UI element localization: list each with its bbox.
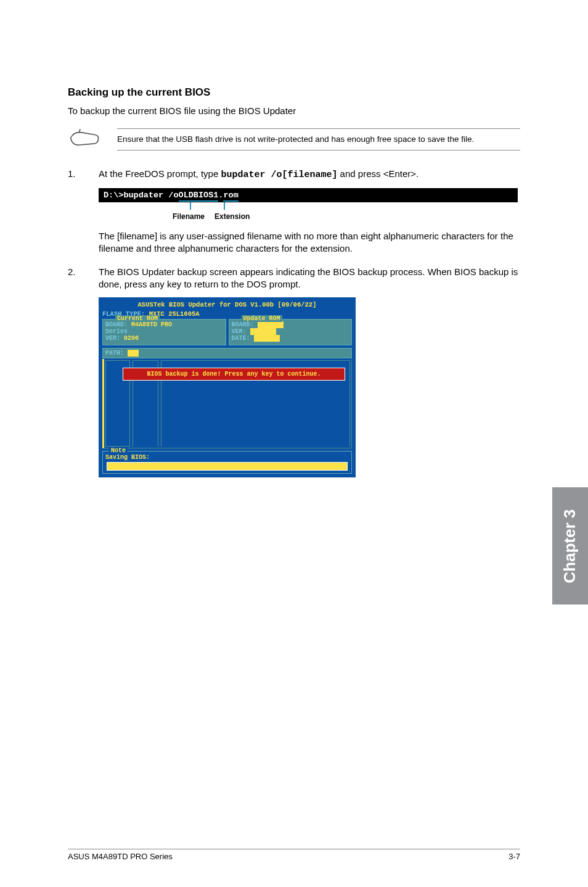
path-value: A:\ bbox=[128, 350, 139, 357]
ver-unknown: Unknown bbox=[250, 328, 276, 335]
intro-text: To backup the current BIOS file using th… bbox=[68, 105, 520, 117]
page-footer: ASUS M4A89TD PRO Series 3-7 bbox=[68, 849, 520, 861]
hand-note-icon bbox=[68, 126, 102, 152]
update-rom-box: Update ROM BOARD: Unknown VER: Unknown D… bbox=[229, 319, 353, 345]
extension-label: Extension bbox=[214, 212, 250, 221]
note-title: Note bbox=[109, 447, 128, 454]
board-label: BOARD: bbox=[105, 321, 131, 328]
bios-updater-screen: ASUSTek BIOS Updater for DOS V1.00b [09/… bbox=[99, 297, 356, 477]
step1-cmd: bupdater /o[filename] bbox=[221, 170, 337, 180]
footer-right: 3-7 bbox=[508, 852, 520, 861]
series-label: Series bbox=[105, 328, 128, 335]
dos-command-block: D:\>bupdater /oOLDBIOS1.rom Filename Ext… bbox=[99, 188, 518, 227]
step-number: 2. bbox=[68, 266, 80, 291]
step1-pre: At the FreeDOS prompt, type bbox=[99, 168, 221, 179]
path-label: PATH: bbox=[105, 350, 128, 357]
ver-label: VER: bbox=[232, 328, 250, 335]
bios-title: ASUSTek BIOS Updater for DOS V1.00b [09/… bbox=[102, 301, 352, 308]
note-box: Ensure that the USB flash drive is not w… bbox=[68, 126, 520, 152]
footer-left: ASUS M4A89TD PRO Series bbox=[68, 852, 173, 861]
filename-explain: The [filename] is any user-assigned file… bbox=[99, 230, 520, 255]
update-rom-title: Update ROM bbox=[242, 315, 282, 322]
step-number: 1. bbox=[68, 168, 80, 181]
filename-label: Filename bbox=[173, 212, 205, 221]
current-rom-title: Current ROM bbox=[115, 315, 160, 322]
chapter-tab: Chapter 3 bbox=[552, 487, 588, 604]
date-label: DATE: bbox=[232, 335, 254, 342]
saving-text: Saving BIOS: bbox=[105, 454, 349, 461]
current-rom-box: Current ROM BOARD: M4A89TD PRO Series VE… bbox=[102, 319, 226, 345]
ver-label: VER: bbox=[105, 335, 124, 342]
step-text: The BIOS Updater backup screen appears i… bbox=[99, 266, 520, 291]
date-unknown: Unknown bbox=[254, 335, 280, 342]
dos-prompt: D:\>bupdater /o bbox=[104, 191, 179, 200]
step-text: At the FreeDOS prompt, type bupdater /o[… bbox=[99, 168, 520, 181]
progress-bar bbox=[107, 462, 348, 471]
path-box: PATH: A:\ bbox=[102, 348, 352, 358]
note-save-box: Note Saving BIOS: bbox=[102, 451, 352, 474]
step-2: 2. The BIOS Updater backup screen appear… bbox=[68, 266, 520, 291]
board-label: BOARD: bbox=[232, 321, 258, 328]
section-heading: Backing up the current BIOS bbox=[68, 86, 520, 99]
ver-value: 0206 bbox=[124, 335, 139, 342]
filename-tick bbox=[190, 202, 191, 210]
dos-line: D:\>bupdater /oOLDBIOS1.rom bbox=[99, 188, 518, 202]
dos-filename: OLDBIOS1 bbox=[179, 191, 219, 202]
step1-post: and press <Enter>. bbox=[337, 168, 419, 179]
board-value: M4A89TD PRO bbox=[131, 321, 172, 328]
note-text: Ensure that the USB flash drive is not w… bbox=[117, 128, 520, 151]
board-unknown: Unknown bbox=[258, 321, 284, 328]
step-1: 1. At the FreeDOS prompt, type bupdater … bbox=[68, 168, 520, 181]
backup-done-msg: BIOS backup is done! Press any key to co… bbox=[123, 368, 345, 381]
annotation-row: Filename Extension bbox=[104, 202, 518, 227]
chapter-tab-text: Chapter 3 bbox=[561, 509, 580, 583]
extension-tick bbox=[224, 202, 225, 210]
dos-ext: rom bbox=[223, 191, 238, 202]
file-area: BIOS backup is done! Press any key to co… bbox=[102, 359, 352, 448]
